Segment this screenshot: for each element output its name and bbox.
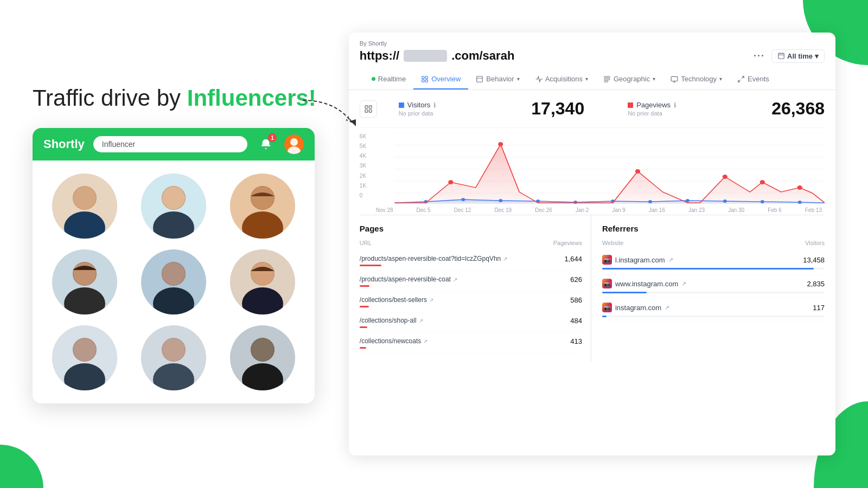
bottom-panels: Pages URL Pageviews /products/aspen-reve…: [360, 215, 825, 362]
search-input[interactable]: [93, 136, 247, 152]
tab-technology[interactable]: Technology ▾: [663, 69, 730, 89]
ref-bar-2: [602, 292, 825, 293]
influencer-avatar-2[interactable]: [141, 174, 206, 239]
realtime-dot: [372, 77, 375, 81]
more-options-button[interactable]: ···: [754, 50, 765, 62]
url-bar-5: [360, 347, 366, 349]
referrer-row-2: 📷 www.instagram.com ↗ 2,835: [602, 274, 825, 298]
technology-icon: [671, 75, 678, 83]
page-views-1: 1,644: [564, 255, 582, 263]
svg-rect-46: [422, 80, 424, 82]
chevron-down-icon: ▾: [815, 52, 819, 60]
url-bar-1: [360, 265, 381, 266]
page-url-5: /collections/newcoats ↗: [360, 337, 570, 345]
svg-line-58: [738, 80, 741, 82]
referrer-row-3: 📷 instagram.com ↗ 117: [602, 298, 825, 322]
referrers-title: Referrers: [602, 224, 825, 233]
svg-rect-44: [422, 76, 424, 78]
pages-col-views: Pageviews: [553, 240, 582, 246]
app-header: Shortly 1: [33, 128, 315, 160]
pageviews-sub: No prior data: [628, 110, 676, 117]
page-url-2: /products/aspen-reversible-coat ↗: [360, 275, 570, 283]
influencer-grid: [33, 160, 315, 403]
app-logo: Shortly: [43, 137, 85, 151]
visitors-sub: No prior data: [399, 110, 436, 117]
analytics-nav-tabs: Realtime Overview Behavior ▾ Acquisition…: [360, 69, 825, 89]
influencer-avatar-1[interactable]: [52, 174, 117, 239]
svg-line-57: [742, 76, 744, 78]
table-row: /products/aspen-reversible-coat?tid=lczZ…: [360, 251, 582, 271]
url-prefix: https://: [360, 49, 399, 63]
time-filter-button[interactable]: All time ▾: [771, 49, 825, 63]
geographic-icon: [603, 75, 611, 83]
instagram-icon-1: 📷: [602, 255, 612, 265]
referrers-panel: Referrers Website Visitors 📷 l.instagram…: [591, 215, 825, 362]
pageviews-metric: Pageviews ℹ No prior data: [628, 101, 676, 117]
url-bar-4: [360, 326, 367, 328]
url-blurred: [404, 50, 447, 62]
svg-rect-50: [604, 76, 607, 77]
url-suffix: .com/sarah: [451, 49, 514, 63]
arrow-decoration: [297, 95, 368, 144]
notification-button[interactable]: 1: [256, 134, 276, 154]
pageviews-dot: [628, 102, 633, 108]
influencer-avatar-6[interactable]: [230, 249, 295, 314]
tab-events[interactable]: Events: [730, 69, 777, 89]
visitors-info-icon: ℹ: [433, 101, 436, 109]
svg-point-81: [448, 180, 453, 184]
page-url-3: /collections/best-sellers ↗: [360, 296, 570, 304]
svg-point-86: [797, 185, 802, 190]
tab-overview[interactable]: Overview: [413, 69, 468, 89]
svg-point-84: [723, 175, 727, 179]
tab-behavior[interactable]: Behavior ▾: [468, 69, 527, 89]
instagram-icon-3: 📷: [602, 303, 612, 312]
visitors-dot: [399, 102, 404, 108]
svg-point-85: [760, 180, 765, 184]
chart-svg: [360, 133, 825, 204]
analytics-chart: 6K5K4K3K2K1K0: [360, 128, 825, 215]
shortly-app-panel: Shortly 1: [33, 128, 315, 403]
svg-point-83: [635, 169, 640, 174]
page-views-2: 626: [570, 275, 582, 284]
acquisitions-icon: [535, 75, 542, 83]
events-icon: [737, 75, 745, 83]
svg-point-77: [686, 199, 690, 202]
svg-point-1: [290, 138, 298, 146]
svg-rect-48: [477, 76, 483, 82]
referrers-col-website: Website: [602, 240, 624, 246]
influencer-avatar-9[interactable]: [230, 325, 295, 390]
svg-rect-60: [369, 106, 372, 108]
influencer-avatar-5[interactable]: [141, 249, 206, 314]
visitors-metric: Visitors ℹ No prior data: [399, 101, 436, 117]
svg-marker-39: [350, 119, 356, 126]
analytics-body: Visitors ℹ No prior data 17,340 Pageview…: [349, 90, 835, 455]
tab-acquisitions[interactable]: Acquisitions ▾: [527, 69, 596, 89]
svg-point-30: [73, 338, 96, 361]
page-url-1: /products/aspen-reversible-coat?tid=lczZ…: [360, 255, 565, 262]
influencer-avatar-4[interactable]: [52, 249, 117, 314]
influencer-avatar-3[interactable]: [230, 174, 295, 239]
svg-rect-51: [607, 76, 610, 77]
main-headline: Traffic drive by Influencers!: [33, 85, 316, 112]
visitors-value: 17,340: [531, 99, 584, 119]
svg-rect-45: [425, 76, 427, 78]
geographic-chevron: ▾: [653, 76, 655, 82]
tab-realtime[interactable]: Realtime: [364, 69, 413, 89]
pages-title: Pages: [360, 224, 582, 233]
referrers-header: Website Visitors: [602, 240, 825, 246]
svg-point-6: [73, 187, 96, 209]
analytics-header: By Shortly https://.com/sarah ··· All ti…: [349, 33, 835, 90]
table-row: /collections/shop-all ↗ 484: [360, 312, 582, 333]
page-url-4: /collections/shop-all ↗: [360, 317, 570, 324]
referrer-row-1: 📷 l.instagram.com ↗ 13,458: [602, 251, 825, 274]
tab-geographic[interactable]: Geographic ▾: [596, 69, 663, 89]
chart-x-labels: Nov 28Dec 5Dec 12Dec 19Dec 26Jan 2Jan 9J…: [360, 207, 825, 213]
pageviews-value: 26,368: [771, 99, 825, 119]
referrers-col-visitors: Visitors: [805, 240, 825, 246]
influencer-avatar-8[interactable]: [141, 325, 206, 390]
table-row: /collections/newcoats ↗ 413: [360, 333, 582, 354]
svg-rect-47: [425, 80, 427, 82]
page-views-3: 586: [570, 296, 582, 304]
behavior-chevron: ▾: [517, 76, 520, 82]
influencer-avatar-7[interactable]: [52, 325, 117, 390]
